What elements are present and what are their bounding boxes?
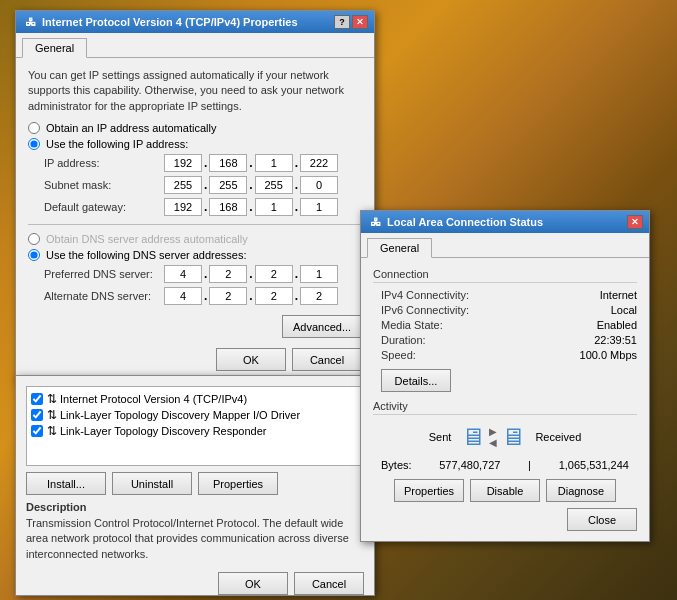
tcp-dialog-body: You can get IP settings assigned automat…: [16, 58, 374, 381]
gateway-octet-1[interactable]: [164, 198, 202, 216]
ip-octet-1[interactable]: [164, 154, 202, 172]
bottom-ok-cancel-row: OK Cancel: [26, 572, 364, 595]
auto-dns-radio-input[interactable]: [28, 233, 40, 245]
status-tab-general[interactable]: General: [367, 238, 432, 258]
network-icon-3: ⇅: [47, 424, 57, 438]
components-list: ⇅ Internet Protocol Version 4 (TCP/IPv4)…: [26, 386, 364, 466]
pref-dns-octet-3[interactable]: [255, 265, 293, 283]
bottom-ok-button[interactable]: OK: [218, 572, 288, 595]
gateway-octet-2[interactable]: [209, 198, 247, 216]
manual-dns-radio[interactable]: Use the following DNS server addresses:: [28, 249, 362, 261]
ip-octet-3[interactable]: [255, 154, 293, 172]
alt-dns-dot-3: .: [295, 289, 298, 303]
gateway-octet-3[interactable]: [255, 198, 293, 216]
status-close-button[interactable]: Close: [567, 508, 637, 531]
description-text: Transmission Control Protocol/Internet P…: [26, 516, 364, 562]
activity-icons: Sent 🖥 ▶ ◀ 🖥 Received: [373, 423, 637, 451]
pref-dns-octet-1[interactable]: [164, 265, 202, 283]
description-label: Description: [26, 501, 87, 513]
speed-row: Speed: 100.0 Mbps: [373, 349, 637, 361]
properties-button[interactable]: Properties: [198, 472, 278, 495]
ip-dot-1: .: [204, 156, 207, 170]
activity-section: Activity Sent 🖥 ▶ ◀ 🖥 Received: [373, 400, 637, 471]
subnet-octet-3[interactable]: [255, 176, 293, 194]
close-icon[interactable]: ✕: [352, 15, 368, 29]
alt-dns-octet-4[interactable]: [300, 287, 338, 305]
subnet-mask-inputs: . . .: [164, 176, 338, 194]
ip-address-row: IP address: . . .: [44, 154, 362, 172]
status-properties-button[interactable]: Properties: [394, 479, 464, 502]
list-item: ⇅ Link-Layer Topology Discovery Responde…: [31, 423, 359, 439]
tab-general[interactable]: General: [22, 38, 87, 58]
auto-ip-radio[interactable]: Obtain an IP address automatically: [28, 122, 362, 134]
tcp-cancel-button[interactable]: Cancel: [292, 348, 362, 371]
ip-octet-4[interactable]: [300, 154, 338, 172]
manual-ip-radio-input[interactable]: [28, 138, 40, 150]
status-dialog-titlebar: 🖧 Local Area Connection Status ✕: [361, 211, 649, 233]
sent-label: Sent: [429, 431, 452, 443]
status-tab-strip: General: [361, 233, 649, 258]
duration-value: 22:39:51: [594, 334, 637, 346]
list-item: ⇅ Internet Protocol Version 4 (TCP/IPv4): [31, 391, 359, 407]
subnet-dot-3: .: [295, 178, 298, 192]
ip-address-inputs: . . .: [164, 154, 338, 172]
status-close-icon[interactable]: ✕: [627, 215, 643, 229]
diagnose-button[interactable]: Diagnose: [546, 479, 616, 502]
topology-mapper-label: Link-Layer Topology Discovery Mapper I/O…: [60, 409, 300, 421]
install-buttons-row: Install... Uninstall Properties: [26, 472, 364, 495]
disable-button[interactable]: Disable: [470, 479, 540, 502]
alt-dns-octet-2[interactable]: [209, 287, 247, 305]
pref-dns-octet-4[interactable]: [300, 265, 338, 283]
subnet-octet-1[interactable]: [164, 176, 202, 194]
gateway-octet-4[interactable]: [300, 198, 338, 216]
bytes-sent: 577,480,727: [439, 459, 500, 471]
advanced-button[interactable]: Advanced...: [282, 315, 362, 338]
alt-dns-octet-3[interactable]: [255, 287, 293, 305]
pref-dns-dot-3: .: [295, 267, 298, 281]
description-box: Description Transmission Control Protoco…: [26, 501, 364, 562]
network-adapter-dialog: ⇅ Internet Protocol Version 4 (TCP/IPv4)…: [15, 375, 375, 596]
speed-value: 100.0 Mbps: [580, 349, 637, 361]
ipv4-checkbox[interactable]: [31, 393, 43, 405]
pref-dns-dot-2: .: [249, 267, 252, 281]
pref-dns-octet-2[interactable]: [209, 265, 247, 283]
network-icon-1: ⇅: [47, 392, 57, 406]
dialog-icon: 🖧: [22, 14, 38, 30]
network-animation: 🖥 ▶ ◀ 🖥: [461, 423, 525, 451]
tcp-dialog-title: Internet Protocol Version 4 (TCP/IPv4) P…: [42, 16, 298, 28]
ip-octet-2[interactable]: [209, 154, 247, 172]
ip-address-label: IP address:: [44, 157, 164, 169]
subnet-mask-label: Subnet mask:: [44, 179, 164, 191]
bottom-cancel-button[interactable]: Cancel: [294, 572, 364, 595]
topology-responder-checkbox[interactable]: [31, 425, 43, 437]
auto-dns-radio[interactable]: Obtain DNS server address automatically: [28, 233, 362, 245]
subnet-dot-2: .: [249, 178, 252, 192]
help-icon[interactable]: ?: [334, 15, 350, 29]
close-btn-row: Close: [373, 508, 637, 531]
alt-dns-octet-1[interactable]: [164, 287, 202, 305]
alternate-dns-inputs: . . .: [164, 287, 338, 305]
ipv4-label: Internet Protocol Version 4 (TCP/IPv4): [60, 393, 247, 405]
alt-dns-dot-1: .: [204, 289, 207, 303]
auto-ip-radio-input[interactable]: [28, 122, 40, 134]
install-button[interactable]: Install...: [26, 472, 106, 495]
uninstall-button[interactable]: Uninstall: [112, 472, 192, 495]
subnet-octet-4[interactable]: [300, 176, 338, 194]
manual-ip-radio[interactable]: Use the following IP address:: [28, 138, 362, 150]
subnet-octet-2[interactable]: [209, 176, 247, 194]
bytes-row: Bytes: 577,480,727 | 1,065,531,244: [381, 459, 629, 471]
tcp-ok-button[interactable]: OK: [216, 348, 286, 371]
ipv6-connectivity-label: IPv6 Connectivity:: [381, 304, 469, 316]
network-icon-2: ⇅: [47, 408, 57, 422]
up-arrow-icon: ▶: [489, 426, 497, 437]
ipv4-connectivity-value: Internet: [600, 289, 637, 301]
status-dialog-body: Connection IPv4 Connectivity: Internet I…: [361, 258, 649, 541]
status-dialog-icon: 🖧: [367, 214, 383, 230]
manual-dns-radio-input[interactable]: [28, 249, 40, 261]
ipv6-connectivity-row: IPv6 Connectivity: Local: [373, 304, 637, 316]
ipv6-connectivity-value: Local: [611, 304, 637, 316]
topology-mapper-checkbox[interactable]: [31, 409, 43, 421]
details-button[interactable]: Details...: [381, 369, 451, 392]
status-dialog: 🖧 Local Area Connection Status ✕ General…: [360, 210, 650, 542]
info-text: You can get IP settings assigned automat…: [28, 68, 362, 114]
